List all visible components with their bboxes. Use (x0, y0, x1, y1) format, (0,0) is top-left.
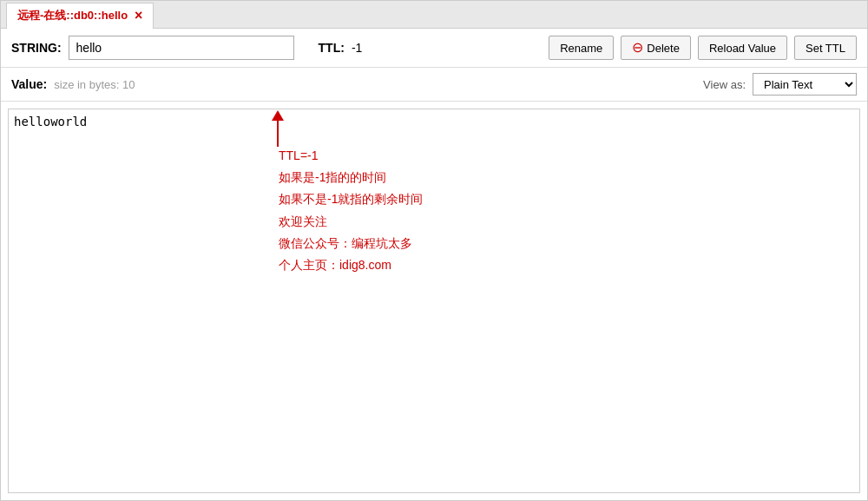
ttl-label: TTL: (319, 41, 345, 55)
reload-value-button[interactable]: Reload Value (698, 36, 787, 60)
tab-hello[interactable]: 远程-在线::db0::hello × (6, 3, 154, 29)
delete-button[interactable]: ⊖ Delete (621, 36, 691, 60)
ttl-section: TTL: -1 (319, 41, 363, 55)
value-editor[interactable]: helloworld (8, 109, 860, 493)
tab-close-icon[interactable]: × (135, 8, 142, 23)
delete-label: Delete (647, 42, 680, 55)
tab-bar: 远程-在线::db0::hello × (1, 1, 867, 29)
value-label: Value: (11, 77, 47, 91)
set-ttl-button[interactable]: Set TTL (794, 36, 857, 60)
string-label: STRING: (11, 41, 62, 55)
view-as-label: View as: (703, 78, 746, 91)
tab-label: 远程-在线::db0::hello (17, 8, 128, 23)
value-hint: size in bytes: 10 (54, 78, 135, 91)
main-window: 远程-在线::db0::hello × STRING: TTL: -1 Rena… (0, 0, 868, 501)
view-as-section: View as: Plain Text JSON HEX Binary (703, 73, 857, 96)
string-input[interactable] (69, 36, 294, 60)
value-row: Value: size in bytes: 10 View as: Plain … (1, 68, 867, 102)
toolbar: STRING: TTL: -1 Rename ⊖ Delete Reload V… (1, 29, 867, 68)
delete-icon: ⊖ (632, 41, 643, 55)
ttl-value: -1 (352, 41, 362, 55)
content-area: helloworld TTL=-1 如果是-1指的的时间 如果不是-1就指的剩余… (1, 102, 867, 500)
view-as-select[interactable]: Plain Text JSON HEX Binary (753, 73, 857, 96)
rename-button[interactable]: Rename (549, 36, 614, 60)
